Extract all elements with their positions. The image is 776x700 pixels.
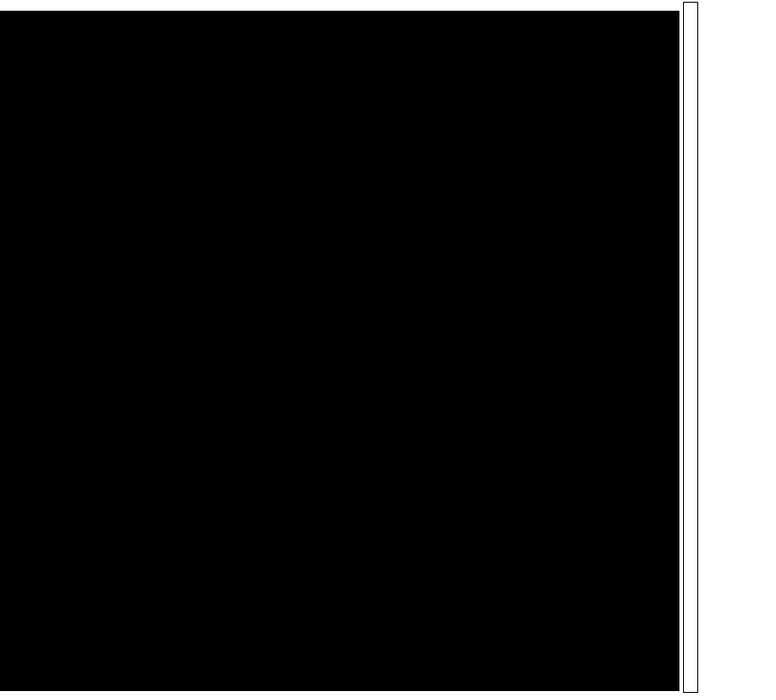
- colorbar-gradient: [683, 2, 698, 693]
- sky-image-canvas: [0, 11, 679, 691]
- figure-root: [0, 0, 776, 700]
